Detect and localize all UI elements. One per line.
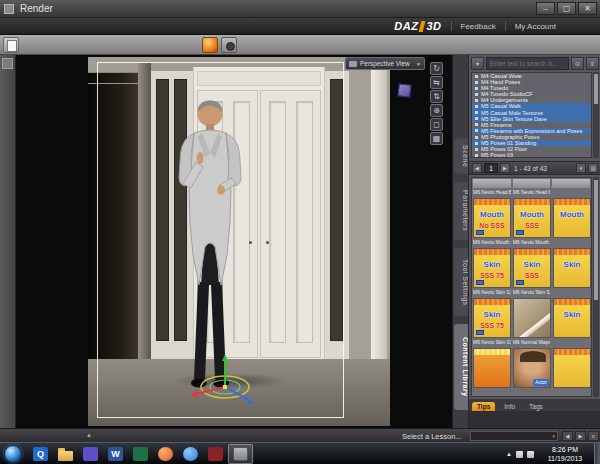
tray-volume-icon[interactable] <box>527 451 534 458</box>
material-badge-icon <box>476 280 484 285</box>
lesson-next-icon[interactable]: ▶ <box>575 431 586 441</box>
scene-render[interactable]: + <box>88 57 390 426</box>
dolly-icon[interactable]: ⊕ <box>430 104 443 117</box>
content-folder-list: M4 Casual Wear M4 Hand Poses M4 Tuxedo M… <box>471 72 592 158</box>
material-badge-icon <box>476 230 484 235</box>
asset-thumbnail[interactable]: MouthNo SSS <box>473 198 511 238</box>
tab-parameters[interactable]: Parameters <box>454 182 469 240</box>
asset-thumbnail[interactable]: Skin <box>553 248 591 288</box>
search-filter-dropdown-icon[interactable]: ▾ <box>471 57 484 70</box>
divider <box>451 21 452 31</box>
clock-date: 11/19/2013 <box>539 454 591 463</box>
list-item[interactable]: M5 Poses 03 <box>472 152 591 158</box>
tray-network-icon[interactable] <box>516 451 523 458</box>
asset-thumbnail[interactable]: SkinSSS 75 <box>473 248 511 288</box>
daz-studio-window: Render – ▢ ✕ DAZ 3D Feedback My Account <box>0 0 600 464</box>
clipped-thumbnail-row <box>473 179 590 188</box>
tab-info[interactable]: Info <box>499 402 520 411</box>
next-page-icon[interactable]: ▶ <box>500 163 510 173</box>
left-dock-tab-icon[interactable] <box>2 58 13 69</box>
lesson-prev-icon[interactable]: ◀ <box>562 431 573 441</box>
view-options-icon[interactable]: ▾ <box>576 163 586 173</box>
my-account-link[interactable]: My Account <box>515 22 556 31</box>
aspect-frame <box>97 62 344 418</box>
system-tray[interactable]: ▲ <box>506 444 534 464</box>
panel-footer <box>469 411 600 428</box>
lesson-select[interactable]: ▾ <box>470 431 558 441</box>
taskbar-app-q[interactable]: Q <box>28 444 53 464</box>
maximize-button[interactable]: ▢ <box>557 2 576 15</box>
aim-icon[interactable]: ▦ <box>430 132 443 145</box>
feedback-link[interactable]: Feedback <box>461 22 496 31</box>
brand-bar: DAZ 3D Feedback My Account <box>0 18 600 35</box>
taskbar-clock[interactable]: 8:26 PM 11/19/2013 <box>539 445 591 463</box>
tab-tips[interactable]: Tips <box>472 402 495 411</box>
asset-thumbnail[interactable]: MouthSSS <box>513 198 551 238</box>
windows-taskbar: Q W ▲ 8:26 PM 11/19/2013 <box>0 442 600 464</box>
viewport-3d[interactable]: + Perspective View ▼ ↻ ⇆ ⇅ ⊕ ◻ ▦ <box>16 55 452 428</box>
new-file-icon[interactable] <box>3 37 19 53</box>
taskbar-app-orange[interactable] <box>153 444 178 464</box>
taskbar-word[interactable]: W <box>103 444 128 464</box>
tab-content-library[interactable]: Content Library <box>454 324 469 410</box>
pan-vertical-icon[interactable]: ⇅ <box>430 90 443 103</box>
asset-caption: M6 Nevio Mouth SSS <box>513 239 551 247</box>
asset-thumbnail[interactable] <box>553 348 591 388</box>
window-icon <box>4 4 14 14</box>
asset-caption: M6 Nevio Head Hair <box>513 189 551 197</box>
material-badge-icon <box>476 330 484 335</box>
search-input[interactable] <box>486 57 569 70</box>
asset-thumbnail[interactable]: Actor <box>513 348 551 388</box>
tab-scene[interactable]: Scene <box>454 138 469 174</box>
lesson-bar: ▲ Select a Lesson... ▾ ◀ ▶ ≡ <box>0 428 600 442</box>
tab-tags[interactable]: Tags <box>524 402 548 411</box>
tab-tool-settings[interactable]: Tool Settings <box>454 248 469 316</box>
asset-thumbnail[interactable] <box>513 298 551 338</box>
content-library-panel: ▾ ⊙ ≡ M4 Casual Wear M4 Hand Poses M4 Tu… <box>468 55 600 428</box>
main-toolbar <box>0 35 600 55</box>
asset-thumbnail[interactable] <box>473 348 511 388</box>
actor-badge: Actor <box>533 379 549 386</box>
scene-right-column <box>371 61 387 359</box>
close-button[interactable]: ✕ <box>578 2 597 15</box>
start-button[interactable] <box>4 445 22 463</box>
asset-thumbnail[interactable]: SkinSSS 75 <box>473 298 511 338</box>
camera-icon[interactable] <box>221 37 237 53</box>
view-selector-label: Perspective View <box>360 60 410 67</box>
left-dock-strip <box>0 55 16 428</box>
logo-daz-text: DAZ <box>394 20 418 32</box>
light-gizmo-cube[interactable] <box>397 83 411 97</box>
daz3d-logo: DAZ 3D <box>394 20 441 32</box>
lesson-menu-icon[interactable]: ≡ <box>588 431 599 441</box>
panel-menu-icon[interactable]: ≡ <box>586 57 599 70</box>
panel-bottom-tabs: Tips Info Tags <box>469 399 600 411</box>
taskbar-app-red[interactable] <box>203 444 228 464</box>
page-number-box[interactable]: 1 <box>484 163 498 173</box>
asset-thumbnail[interactable]: SkinSSS <box>513 248 551 288</box>
asset-caption <box>552 189 590 197</box>
taskbar-daz-studio[interactable] <box>228 444 253 464</box>
taskbar-explorer[interactable] <box>53 444 78 464</box>
window-title: Render <box>20 3 53 14</box>
search-go-icon[interactable]: ⊙ <box>571 57 584 70</box>
grid-scrollbar[interactable] <box>593 177 599 397</box>
taskbar-app-media[interactable] <box>78 444 103 464</box>
first-page-icon[interactable]: ◀ <box>472 163 482 173</box>
show-hidden-icons[interactable]: ▲ <box>506 451 512 457</box>
collapse-pane-icon[interactable]: ▲ <box>86 432 92 438</box>
divider <box>505 21 506 31</box>
list-scrollbar[interactable] <box>593 72 599 158</box>
asset-thumbnail[interactable]: Mouth <box>553 198 591 238</box>
pan-horizontal-icon[interactable]: ⇆ <box>430 76 443 89</box>
view-selector[interactable]: Perspective View ▼ <box>345 57 425 70</box>
render-icon[interactable] <box>202 37 218 53</box>
orbit-icon[interactable]: ↻ <box>430 62 443 75</box>
asset-thumbnail[interactable]: Skin <box>553 298 591 338</box>
taskbar-app-blue[interactable] <box>178 444 203 464</box>
asset-caption <box>552 239 590 247</box>
show-desktop-button[interactable] <box>594 443 600 464</box>
taskbar-app-green[interactable] <box>128 444 153 464</box>
minimize-button[interactable]: – <box>536 2 555 15</box>
grid-view-icon[interactable]: ▤ <box>588 163 598 173</box>
frame-icon[interactable]: ◻ <box>430 118 443 131</box>
